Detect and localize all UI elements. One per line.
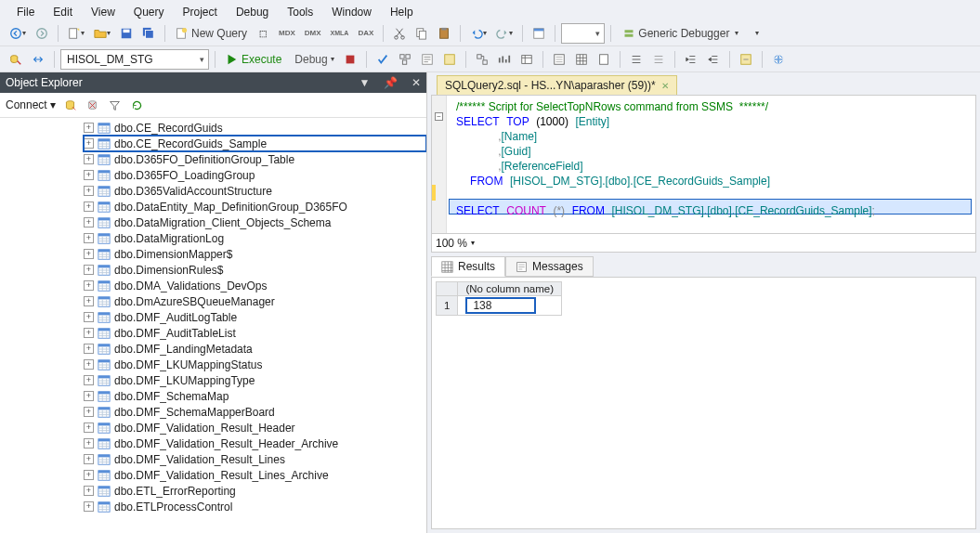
menu-help[interactable]: Help	[381, 4, 423, 20]
fold-toggle-icon[interactable]: −	[435, 112, 443, 121]
results-file-button[interactable]	[594, 49, 614, 70]
expand-icon[interactable]: +	[84, 249, 94, 259]
filter-button[interactable]	[106, 97, 123, 113]
mdx2-button[interactable]: MDX	[275, 23, 299, 44]
expand-icon[interactable]: +	[84, 296, 94, 306]
surround-button[interactable]	[768, 49, 789, 70]
document-tab[interactable]: SQLQuery2.sql - HS...YN\aparasher (59))*…	[437, 75, 677, 95]
table-node[interactable]: +dbo.DataMigration_Client_Objects_Schema	[84, 214, 426, 230]
new-item-button[interactable]: ▾	[64, 23, 88, 44]
expand-icon[interactable]: +	[84, 438, 94, 448]
nav-fwd-button[interactable]	[32, 23, 52, 44]
result-cell[interactable]: 138	[458, 296, 562, 316]
expand-icon[interactable]: +	[84, 265, 94, 275]
client-stats-button[interactable]	[516, 49, 537, 70]
debugger-dropdown[interactable]: Generic Debugger▾	[617, 23, 745, 44]
nav-back-button[interactable]: ▾	[6, 23, 30, 44]
panel-close-icon[interactable]: ✕	[412, 76, 421, 89]
expand-icon[interactable]: +	[84, 312, 94, 322]
table-node[interactable]: +dbo.ETLProcessControl	[84, 499, 426, 514]
table-node[interactable]: +dbo.DMF_LandingMetadata	[84, 341, 426, 357]
table-node[interactable]: +dbo.D365FO_DefinitionGroup_Table	[84, 151, 426, 167]
expand-icon[interactable]: +	[84, 422, 94, 433]
redo-button[interactable]: ▾	[492, 23, 516, 44]
props-button[interactable]	[529, 23, 549, 44]
menu-edit[interactable]: Edit	[44, 4, 82, 20]
table-node[interactable]: +dbo.DMF_Validation_Result_Lines_Archive	[84, 467, 426, 483]
expand-icon[interactable]: +	[84, 454, 94, 464]
paste-button[interactable]	[434, 23, 454, 44]
expand-icon[interactable]: +	[84, 501, 94, 512]
live-stats-button[interactable]	[494, 49, 515, 70]
expand-icon[interactable]: +	[84, 170, 94, 180]
connect-label[interactable]: Connect ▾	[6, 98, 56, 111]
comment-button[interactable]	[626, 49, 647, 70]
table-node[interactable]: +dbo.ETL_ErrorReporting	[84, 483, 426, 499]
expand-icon[interactable]: +	[84, 217, 94, 228]
zoom-bar[interactable]: 100 %▾	[431, 234, 976, 253]
table-node[interactable]: +dbo.DataEntity_Map_DefinitionGroup_D365…	[84, 199, 426, 214]
expand-icon[interactable]: +	[84, 328, 94, 338]
expand-icon[interactable]: +	[84, 486, 94, 496]
query-options-button[interactable]	[417, 49, 438, 70]
close-tab-icon[interactable]: ✕	[661, 81, 669, 91]
panel-dropdown-icon[interactable]: ▼	[359, 76, 371, 89]
results-grid[interactable]: (No column name) 1138	[431, 277, 976, 529]
expand-icon[interactable]: +	[84, 280, 94, 291]
debug-button[interactable]: Debug▾	[287, 49, 337, 70]
menu-view[interactable]: View	[82, 4, 124, 20]
indent-button[interactable]	[681, 49, 701, 70]
save-button[interactable]	[116, 23, 137, 44]
dmx-button[interactable]: DMX	[301, 23, 325, 44]
expand-icon[interactable]: +	[84, 470, 94, 480]
menu-query[interactable]: Query	[124, 4, 174, 20]
results-grid-button[interactable]	[571, 49, 592, 70]
menu-debug[interactable]: Debug	[227, 4, 278, 20]
new-query-button[interactable]: New Query	[171, 23, 251, 44]
expand-icon[interactable]: +	[84, 391, 94, 401]
column-header[interactable]: (No column name)	[458, 282, 562, 296]
find-combo[interactable]: ▾	[561, 23, 605, 44]
specify-values-button[interactable]	[736, 49, 756, 70]
table-node[interactable]: +dbo.DMF_Validation_Result_Header	[84, 420, 426, 436]
expand-icon[interactable]: +	[84, 344, 94, 354]
table-node[interactable]: +dbo.DMA_Validations_DevOps	[84, 278, 426, 293]
menu-project[interactable]: Project	[174, 4, 227, 20]
table-node[interactable]: +dbo.DMF_AuditLogTable	[84, 309, 426, 325]
debugger-opts-button[interactable]: ▾	[747, 23, 767, 44]
table-node[interactable]: +dbo.DmAzureSBQueueManager	[84, 293, 426, 309]
xmla-button[interactable]: XMLA	[327, 23, 353, 44]
expand-icon[interactable]: +	[84, 154, 94, 164]
save-all-button[interactable]	[138, 23, 159, 44]
change-connection-button[interactable]	[28, 49, 48, 70]
menu-tools[interactable]: Tools	[278, 4, 322, 20]
cancel-query-button[interactable]	[340, 49, 360, 70]
open-button[interactable]: ▾	[90, 23, 114, 44]
object-tree[interactable]: +dbo.CE_RecordGuids+dbo.CE_RecordGuids_S…	[0, 118, 426, 533]
expand-icon[interactable]: +	[84, 186, 94, 196]
cut-button[interactable]	[389, 23, 410, 44]
expand-icon[interactable]: +	[84, 375, 94, 385]
table-node[interactable]: +dbo.DimensionRules$	[84, 262, 426, 278]
mdx-button[interactable]: ⬚	[253, 23, 273, 44]
table-node[interactable]: +dbo.DMF_Validation_Result_Lines	[84, 451, 426, 467]
dax-button[interactable]: DAX	[354, 23, 377, 44]
table-node[interactable]: +dbo.D365ValidAccountStructure	[84, 183, 426, 199]
expand-icon[interactable]: +	[84, 123, 94, 133]
expand-icon[interactable]: +	[84, 233, 94, 243]
table-node[interactable]: +dbo.DMF_SchemaMap	[84, 388, 426, 404]
outdent-button[interactable]	[703, 49, 724, 70]
refresh-button[interactable]	[128, 97, 145, 113]
menu-file[interactable]: File	[7, 4, 44, 20]
expand-icon[interactable]: +	[84, 202, 94, 212]
connection-button[interactable]	[6, 49, 26, 70]
menu-window[interactable]: Window	[322, 4, 381, 20]
uncomment-button[interactable]	[648, 49, 669, 70]
parse-button[interactable]	[372, 49, 393, 70]
table-node[interactable]: +dbo.DimensionMapper$	[84, 246, 426, 262]
disconnect-button[interactable]	[61, 97, 78, 113]
sql-editor[interactable]: − /****** Script for SelectTopNRows comm…	[431, 95, 976, 234]
undo-button[interactable]: ▾	[466, 23, 490, 44]
table-node[interactable]: +dbo.DMF_AuditTableList	[84, 325, 426, 341]
table-node[interactable]: +dbo.D365FO_LoadingGroup	[84, 167, 426, 183]
